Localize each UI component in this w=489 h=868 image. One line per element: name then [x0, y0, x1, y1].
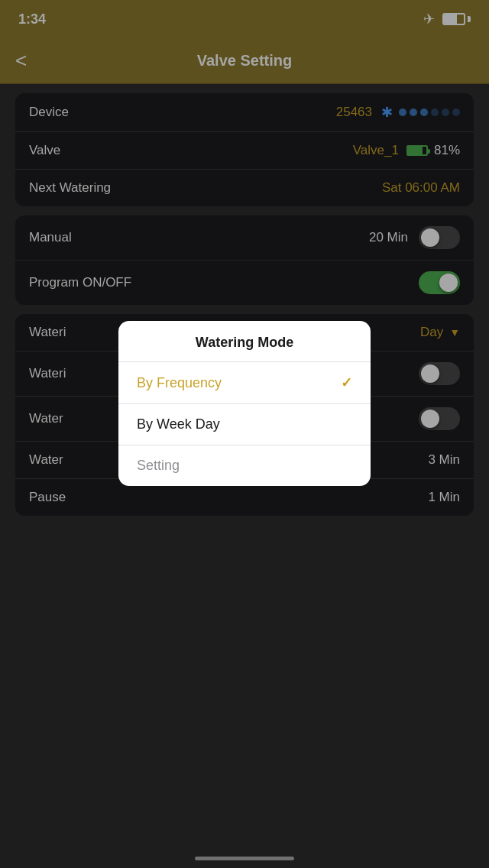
checkmark-icon: ✓ — [341, 374, 352, 391]
modal-option-by-week-day[interactable]: By Week Day — [118, 404, 371, 445]
setting-label: Setting — [137, 458, 180, 474]
watering-mode-modal: Watering Mode By Frequency ✓ By Week Day… — [118, 321, 371, 486]
modal-header: Watering Mode — [118, 321, 371, 362]
by-frequency-label: By Frequency — [137, 375, 222, 391]
modal-title: Watering Mode — [196, 335, 293, 350]
by-week-day-label: By Week Day — [137, 416, 220, 432]
modal-option-setting[interactable]: Setting — [118, 445, 371, 486]
modal-option-by-frequency[interactable]: By Frequency ✓ — [118, 362, 371, 404]
modal-overlay[interactable]: Watering Mode By Frequency ✓ By Week Day… — [0, 0, 489, 868]
